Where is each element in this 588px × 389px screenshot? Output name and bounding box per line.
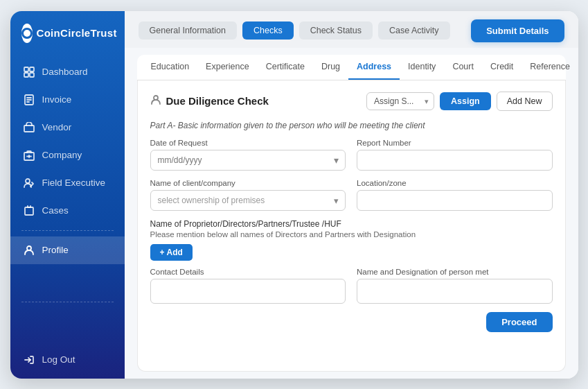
tab-reference[interactable]: Reference — [522, 55, 578, 80]
sidebar-item-profile[interactable]: Profile — [10, 236, 125, 264]
submit-details-button[interactable]: Submit Details — [471, 19, 564, 42]
cases-icon — [23, 205, 35, 217]
form-group-date: Date of Request ▾ — [150, 139, 346, 171]
form-group-contact: Contact Details — [150, 268, 346, 304]
inner-tabs: Education Experience Certificate Drug Ad… — [137, 55, 566, 80]
add-plus-icon: + — [160, 248, 165, 257]
content-area: Education Experience Certificate Drug Ad… — [125, 48, 578, 379]
card: Due Diligence Check Assign S... Assign A… — [137, 80, 566, 372]
tab-court[interactable]: Court — [444, 55, 482, 80]
sidebar-item-vendor-label: Vendor — [42, 122, 72, 132]
sidebar-logo: CoinCircleTrust — [10, 11, 125, 53]
directors-label: Name of Proprietor/Directors/Partners/Tr… — [150, 219, 553, 229]
directors-note: Please mention below all names of Direct… — [150, 230, 553, 239]
add-new-button[interactable]: Add New — [497, 92, 553, 111]
client-company-label: Name of client/company — [150, 179, 346, 187]
date-of-request-input[interactable] — [150, 150, 346, 171]
sidebar-item-dashboard[interactable]: Dashboard — [10, 58, 125, 86]
tab-credit[interactable]: Credit — [482, 55, 522, 80]
card-title: Due Diligence Check — [150, 94, 269, 108]
report-number-label: Report Number — [357, 139, 553, 147]
tab-address[interactable]: Address — [348, 55, 400, 80]
tab-education[interactable]: Education — [143, 55, 198, 80]
section-label: Part A- Basic information given to the p… — [150, 121, 553, 130]
client-select-wrapper: select ownership of premises — [150, 190, 346, 211]
proceed-button[interactable]: Proceed — [486, 312, 552, 332]
tab-identity[interactable]: Identity — [400, 55, 444, 80]
form-row-1: Date of Request ▾ Report Number — [150, 139, 553, 171]
date-of-request-label: Date of Request — [150, 139, 346, 147]
topbar-right: Submit Details — [471, 19, 564, 42]
invoice-icon — [23, 94, 35, 106]
brand-name-coin: CoinCircle — [37, 27, 91, 39]
card-header: Due Diligence Check Assign S... Assign A… — [150, 92, 553, 111]
svg-point-12 — [26, 179, 30, 183]
tab-drug[interactable]: Drug — [313, 55, 348, 80]
brand-name-trust: Trust — [91, 27, 117, 39]
sidebar-item-dashboard-label: Dashboard — [42, 67, 88, 77]
tab-experience[interactable]: Experience — [197, 55, 258, 80]
profile-icon — [23, 244, 35, 257]
sidebar-item-field-executive-label: Field Executive — [42, 178, 106, 188]
form-row-3: Contact Details Name and Designation of … — [150, 268, 553, 304]
nav-divider-bottom — [21, 302, 114, 302]
tab-case-activity[interactable]: Case Activity — [378, 21, 450, 40]
location-zone-label: Location/zone — [357, 179, 553, 187]
person-icon — [150, 94, 161, 108]
contact-details-label: Contact Details — [150, 268, 346, 276]
tab-checks[interactable]: Checks — [242, 21, 294, 40]
add-directors-button[interactable]: + Add — [150, 244, 193, 261]
topbar: General Information Checks Check Status … — [125, 11, 578, 48]
sidebar-item-field-executive[interactable]: Field Executive — [10, 169, 125, 197]
sidebar-item-invoice[interactable]: Invoice — [10, 86, 125, 114]
form-row-2: Name of client/company select ownership … — [150, 179, 553, 211]
tab-certificate[interactable]: Certificate — [258, 55, 313, 80]
form-group-location: Location/zone — [357, 179, 553, 211]
assign-select[interactable]: Assign S... — [366, 92, 434, 110]
sidebar-item-profile-label: Profile — [42, 245, 69, 255]
field-executive-icon — [23, 177, 35, 189]
form-group-report-number: Report Number — [357, 139, 553, 171]
sidebar-nav: Dashboard Invoice Vendor C — [10, 53, 125, 379]
svg-rect-1 — [30, 67, 34, 71]
form-group-client: Name of client/company select ownership … — [150, 179, 346, 211]
sidebar-item-company-label: Company — [42, 150, 82, 160]
report-number-input[interactable] — [357, 150, 553, 171]
contact-details-input[interactable] — [150, 279, 346, 304]
card-footer: Proceed — [150, 312, 553, 332]
assign-select-wrapper: Assign S... — [366, 92, 434, 110]
assign-button[interactable]: Assign — [440, 92, 491, 110]
tab-general-information[interactable]: General Information — [139, 21, 237, 40]
nav-divider — [21, 230, 114, 231]
logout-icon — [23, 354, 35, 366]
sidebar-item-vendor[interactable]: Vendor — [10, 114, 125, 141]
svg-rect-8 — [24, 126, 34, 132]
sidebar: CoinCircleTrust Dashboard Invoice — [10, 11, 125, 379]
designation-label: Name and Designation of person met — [357, 268, 553, 276]
location-zone-input[interactable] — [357, 190, 553, 211]
company-icon — [23, 149, 35, 162]
sidebar-item-logout-label: Log Out — [42, 354, 75, 365]
sidebar-item-cases-label: Cases — [42, 205, 69, 216]
svg-rect-3 — [30, 73, 34, 77]
sidebar-item-cases[interactable]: Cases — [10, 197, 125, 225]
logo-icon — [21, 24, 33, 43]
designation-input[interactable] — [357, 279, 553, 304]
card-title-text: Due Diligence Check — [166, 95, 269, 107]
card-actions: Assign S... Assign Add New — [366, 92, 552, 111]
sidebar-item-invoice-label: Invoice — [42, 94, 72, 105]
svg-rect-0 — [24, 67, 28, 71]
form-group-designation: Name and Designation of person met — [357, 268, 553, 304]
svg-rect-2 — [24, 73, 28, 77]
client-company-select[interactable]: select ownership of premises — [150, 190, 346, 211]
vendor-icon — [23, 121, 35, 134]
main-content: General Information Checks Check Status … — [125, 11, 578, 379]
topbar-tabs: General Information Checks Check Status … — [139, 21, 450, 40]
sidebar-item-company[interactable]: Company — [10, 141, 125, 169]
date-input-wrapper: ▾ — [150, 150, 346, 171]
tab-check-status[interactable]: Check Status — [299, 21, 373, 40]
sidebar-item-logout[interactable]: Log Out — [10, 346, 125, 373]
dashboard-icon — [23, 66, 35, 78]
